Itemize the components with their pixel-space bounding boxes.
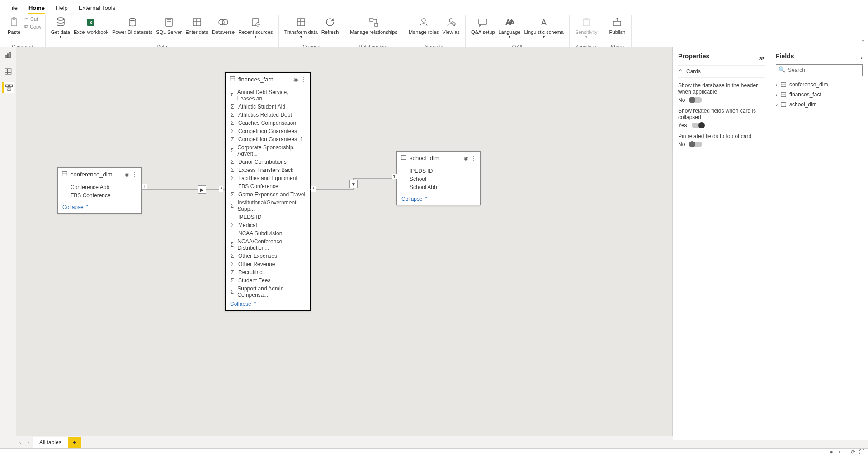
pbi-datasets-button[interactable]: Power BI datasets — [110, 15, 154, 36]
field-row[interactable]: ΣMedical — [226, 221, 310, 229]
field-row[interactable]: ΣGame Expenses and Travel — [226, 190, 310, 199]
report-view-button[interactable] — [3, 50, 14, 61]
field-row[interactable]: IPEDS ID — [226, 213, 310, 221]
menu-help[interactable]: Help — [56, 3, 68, 14]
menu-external-tools[interactable]: External Tools — [79, 3, 115, 14]
field-name: IPEDS ID — [238, 214, 261, 220]
field-name: Institutional/Government Supp... — [237, 200, 306, 212]
transform-data-button[interactable]: Transform data▾ — [283, 15, 320, 40]
field-row[interactable]: FBS Conference — [226, 182, 310, 190]
fields-tree-table[interactable]: ›school_dim — [776, 100, 863, 109]
layout-tab[interactable]: All tables — [33, 437, 68, 448]
cardinality-many: * — [311, 186, 316, 192]
menu-home[interactable]: Home — [28, 3, 45, 14]
relationship-line[interactable] — [141, 183, 225, 196]
enter-data-button[interactable]: Enter data — [184, 15, 210, 36]
menu-file[interactable]: File — [8, 3, 18, 14]
get-data-button[interactable]: Get data▾ — [49, 15, 72, 40]
manage-relationships-button[interactable]: Manage relationships — [348, 15, 399, 36]
toggle-db-header[interactable] — [689, 97, 702, 103]
field-row[interactable]: ΣCompetition Guarantees — [226, 127, 310, 135]
toggle-related-fields[interactable] — [692, 123, 704, 128]
field-row[interactable]: ΣAthletic Student Aid — [226, 103, 310, 111]
field-row[interactable]: ΣNCAA/Conference Distribution... — [226, 238, 310, 252]
field-row[interactable]: ΣCorporate Sponsorship, Advert... — [226, 143, 310, 158]
menu-bar: File Home Help External Tools — [0, 0, 868, 14]
ribbon-group-data: Get data▾ XExcel workbook Power BI datas… — [46, 15, 279, 50]
field-row[interactable]: School — [397, 175, 480, 183]
zoom-slider[interactable]: − ─────●─ + — [808, 449, 841, 455]
field-row[interactable]: Conference Abb — [58, 183, 141, 191]
field-row[interactable]: ΣInstitutional/Government Supp... — [226, 199, 310, 213]
field-row[interactable]: ΣCompetition Guarantees_1 — [226, 135, 310, 143]
sensitivity-button[interactable]: Sensitivity▾ — [573, 15, 599, 40]
visibility-icon[interactable]: ◉ — [464, 155, 468, 162]
paste-button[interactable]: Paste — [4, 15, 24, 36]
field-row[interactable]: ΣCoaches Compensation — [226, 119, 310, 127]
fit-to-screen-icon[interactable]: ⛶ — [859, 449, 864, 455]
field-row[interactable]: ΣAnnual Debt Service, Leases an... — [226, 88, 310, 103]
copy-button[interactable]: ⧉Copy — [24, 23, 42, 30]
visibility-icon[interactable]: ◉ — [125, 171, 129, 178]
field-row[interactable]: ΣRecruiting — [226, 268, 310, 276]
expand-pane-icon[interactable]: › — [860, 54, 863, 61]
field-row[interactable]: FBS Conference — [58, 191, 141, 200]
collapse-link[interactable]: Collapse ⌃ — [226, 298, 310, 310]
manage-roles-button[interactable]: Manage roles — [407, 15, 441, 36]
table-card-conference-dim[interactable]: conference_dim ◉ ⋮ Conference AbbFBS Con… — [57, 167, 142, 214]
linguistic-schema-button[interactable]: ALinguistic schema▾ — [522, 15, 565, 40]
collapse-link[interactable]: Collapse ⌃ — [58, 201, 141, 213]
ribbon-group-security: Manage roles View as Security — [403, 15, 466, 50]
dataverse-button[interactable]: Dataverse — [210, 15, 236, 36]
svg-rect-27 — [613, 21, 621, 26]
svg-rect-22 — [479, 19, 487, 24]
data-view-button[interactable] — [3, 66, 14, 77]
model-canvas[interactable]: conference_dim ◉ ⋮ Conference AbbFBS Con… — [16, 47, 673, 440]
svg-rect-40 — [230, 76, 235, 81]
field-name: Competition Guarantees — [238, 128, 297, 134]
refresh-button[interactable]: Refresh — [320, 15, 341, 36]
toggle-pin-fields[interactable] — [689, 142, 702, 147]
fields-tree-table[interactable]: ›finances_fact — [776, 90, 863, 100]
language-button[interactable]: AあLanguage▾ — [497, 15, 523, 40]
field-row[interactable]: ΣSupport and Admin Compensa... — [226, 285, 310, 298]
relationships-icon — [368, 16, 380, 28]
field-row[interactable]: NCAA Subdivision — [226, 229, 310, 238]
model-view-button[interactable] — [2, 82, 14, 93]
field-row[interactable]: IPEDS ID — [397, 167, 480, 175]
table-card-finances-fact[interactable]: finances_fact ◉ ⋮ ΣAnnual Debt Service, … — [225, 72, 311, 311]
field-row[interactable]: ΣDonor Contributions — [226, 158, 310, 166]
field-row[interactable]: ΣOther Expenses — [226, 252, 310, 260]
tab-scroll-right[interactable]: › — [24, 439, 33, 446]
more-icon[interactable]: ⋮ — [471, 155, 476, 162]
reset-zoom-icon[interactable]: ⟳ — [851, 449, 855, 455]
more-icon[interactable]: ⋮ — [132, 171, 137, 178]
recent-sources-button[interactable]: Recent sources▾ — [236, 15, 274, 40]
view-as-button[interactable]: View as — [441, 15, 462, 36]
field-row[interactable]: ΣOther Revenue — [226, 260, 310, 268]
field-row[interactable]: ΣAthletics Related Debt — [226, 111, 310, 119]
svg-rect-42 — [401, 155, 406, 159]
tab-scroll-left[interactable]: ‹ — [16, 439, 24, 446]
more-icon[interactable]: ⋮ — [301, 76, 306, 83]
excel-workbook-button[interactable]: XExcel workbook — [72, 15, 110, 36]
fields-tree-table[interactable]: ›conference_dim — [776, 80, 863, 90]
field-row[interactable]: ΣStudent Fees — [226, 276, 310, 285]
field-row[interactable]: ΣExcess Transfers Back — [226, 166, 310, 174]
sql-server-button[interactable]: SQL Server — [154, 15, 184, 36]
add-layout-button[interactable]: + — [68, 437, 81, 448]
collapse-pane-icon[interactable]: ≫ — [758, 54, 765, 62]
visibility-icon[interactable]: ◉ — [293, 76, 298, 83]
ribbon-collapse-icon[interactable]: ⌃ — [861, 39, 865, 45]
qa-setup-button[interactable]: Q&A setup — [469, 15, 497, 36]
collapse-link[interactable]: Collapse ⌃ — [397, 193, 480, 205]
svg-rect-30 — [9, 52, 10, 58]
cut-button[interactable]: ✂Cut — [24, 15, 42, 23]
field-row[interactable]: School Abb — [397, 183, 480, 191]
field-name: Annual Debt Service, Leases an... — [237, 89, 306, 102]
publish-button[interactable]: Publish — [607, 15, 627, 36]
table-card-school-dim[interactable]: school_dim ◉ ⋮ IPEDS IDSchoolSchool Abb … — [396, 151, 481, 205]
field-row[interactable]: ΣFacilities and Equipment — [226, 174, 310, 182]
fields-search-input[interactable] — [776, 64, 863, 76]
cards-section-header[interactable]: ⌃Cards — [678, 65, 765, 78]
